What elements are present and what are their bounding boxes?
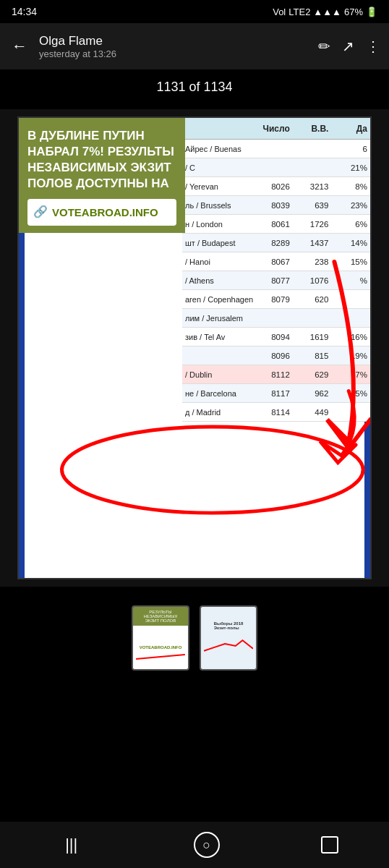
nav-home-button[interactable]: ○ (194, 832, 220, 858)
signal-icon: Vol (273, 7, 286, 17)
cell-da: % (331, 276, 370, 285)
message-counter: 1131 of 1134 (0, 69, 389, 102)
table-area: Айрес / Buenas6/ С21%/ Yerevan802632138%… (182, 140, 370, 422)
col-header-vv: В.В. (293, 124, 332, 134)
cell-num: 8289 (254, 239, 293, 247)
image-area[interactable]: В ДУБЛИНЕ ПУТИН НАБРАЛ 7%! РЕЗУЛЬТЫ НЕЗА… (0, 109, 389, 587)
signal-bars: ▲▲▲ (313, 7, 341, 17)
cell-vv: 3213 (293, 182, 332, 191)
svg-point-0 (62, 427, 364, 513)
table-row: ль / Brussels803963923% (182, 196, 370, 215)
cell-da: 6 (331, 145, 370, 153)
app-header: ← Olga Flame yesterday at 13:26 ✏ ↗ ⋮ (0, 23, 389, 69)
table-row: н / London806117266% (182, 215, 370, 234)
status-right: Vol LTE2 ▲▲▲ 67% 🔋 (273, 7, 377, 17)
battery-icon: 🔋 (366, 7, 377, 17)
cell-num: 8039 (254, 201, 293, 210)
cell-city: / С (182, 163, 254, 172)
cell-num: 8067 (254, 258, 293, 266)
table-row: лим / Jerusalem (182, 309, 370, 328)
cell-city: д / Madrid (182, 408, 254, 417)
nav-back-button[interactable]: ||| (51, 830, 92, 860)
thumb2-text: Выборы 2018Экзит-полы (214, 621, 244, 630)
cell-city: н / London (182, 220, 254, 229)
website-link: 🔗 VOTEABROAD.INFO (27, 199, 176, 226)
back-button[interactable]: ← (9, 34, 30, 59)
table-row: / Yerevan802632138% (182, 177, 370, 196)
thumb1-header: РЕЗУЛЬТЫ НЕЗАВИСИМЫХЭКЗИТ ПОЛОВ (133, 607, 188, 626)
network-icon: LTE2 (288, 7, 310, 17)
cell-da: 14% (331, 239, 370, 247)
cell-num: 8026 (254, 182, 293, 191)
col-header-da: Да (331, 124, 370, 134)
time: 14:34 (12, 6, 37, 17)
cell-vv: 1726 (293, 220, 332, 229)
website-text: VOTEABROAD.INFO (52, 205, 158, 220)
cell-num: 8114 (254, 408, 293, 417)
table-row: 809681519% (182, 346, 370, 365)
cell-da: 7% (331, 370, 370, 379)
overlay-text: В ДУБЛИНЕ ПУТИН НАБРАЛ 7%! РЕЗУЛЬТЫ НЕЗА… (27, 128, 176, 192)
cell-vv: 1437 (293, 239, 332, 247)
cell-city: шт / Budapest (182, 239, 254, 247)
table-row: шт / Budapest8289143714% (182, 234, 370, 252)
cell-vv: 238 (293, 258, 332, 266)
cell-da: 8% (331, 182, 370, 191)
cell-city: / Dublin (182, 370, 254, 379)
cell-city: / Hanoi (182, 258, 254, 266)
thumb2-body: Выборы 2018Экзит-полы (201, 607, 256, 669)
cell-da: 15% (331, 258, 370, 266)
sender-name: Olga Flame (39, 34, 309, 48)
battery: 67% (344, 7, 363, 17)
table-row: не / Barcelona81179625% (182, 384, 370, 403)
green-overlay: В ДУБЛИНЕ ПУТИН НАБРАЛ 7%! РЕЗУЛЬТЫ НЕЗА… (19, 118, 185, 233)
table-row: / С21% (182, 158, 370, 177)
cell-da: 23% (331, 201, 370, 210)
link-icon: 🔗 (33, 205, 48, 220)
cell-vv: 815 (293, 352, 332, 360)
table-row: aren / Copenhagen8079620 (182, 290, 370, 309)
cell-da: 5% (331, 389, 370, 398)
cell-city: не / Barcelona (182, 389, 254, 398)
cell-vv: 629 (293, 370, 332, 379)
message-time: yesterday at 13:26 (39, 48, 309, 59)
cell-da: 16% (331, 333, 370, 341)
cell-city: Айрес / Buenas (182, 145, 254, 153)
cell-vv: 449 (293, 408, 332, 417)
cell-da: 21% (331, 163, 370, 172)
cell-city: ль / Brussels (182, 201, 254, 210)
document-view: В ДУБЛИНЕ ПУТИН НАБРАЛ 7%! РЕЗУЛЬТЫ НЕЗА… (17, 116, 372, 579)
nav-bar: ||| ○ (0, 822, 389, 868)
thumbnail-1[interactable]: РЕЗУЛЬТЫ НЕЗАВИСИМЫХЭКЗИТ ПОЛОВ VOTEABRO… (132, 605, 189, 671)
cell-vv: 639 (293, 201, 332, 210)
col-header-num: Число (254, 124, 293, 134)
cell-num: 8094 (254, 333, 293, 341)
cell-num: 8096 (254, 352, 293, 360)
cell-da: 19% (331, 352, 370, 360)
nav-recent-button[interactable] (321, 836, 338, 854)
share-icon[interactable]: ↗ (342, 38, 354, 55)
cell-num: 8077 (254, 276, 293, 285)
header-info: Olga Flame yesterday at 13:26 (39, 34, 309, 59)
table-row: д / Madrid8114449 (182, 403, 370, 422)
table-row: Айрес / Buenas6 (182, 140, 370, 158)
table-row: / Dublin81126297% (182, 365, 370, 384)
more-icon[interactable]: ⋮ (366, 38, 380, 55)
status-bar: 14:34 Vol LTE2 ▲▲▲ 67% 🔋 (0, 0, 389, 23)
table-row: / Hanoi806723815% (182, 252, 370, 271)
cell-num: 8079 (254, 295, 293, 304)
cell-city: лим / Jerusalem (182, 314, 254, 323)
cell-city: aren / Copenhagen (182, 295, 254, 304)
cell-city: / Yerevan (182, 182, 254, 191)
cell-vv: 1076 (293, 276, 332, 285)
cell-num: 8112 (254, 370, 293, 379)
cell-city: / Athens (182, 276, 254, 285)
header-actions: ✏ ↗ ⋮ (318, 38, 380, 55)
cell-vv: 1619 (293, 333, 332, 341)
edit-icon[interactable]: ✏ (318, 38, 330, 55)
cell-city: зив / Tel Av (182, 333, 254, 341)
home-icon: ○ (202, 838, 210, 853)
thumbnail-2[interactable]: Выборы 2018Экзит-полы (200, 605, 257, 671)
table-row: зив / Tel Av8094161916% (182, 328, 370, 346)
cell-vv: 962 (293, 389, 332, 398)
